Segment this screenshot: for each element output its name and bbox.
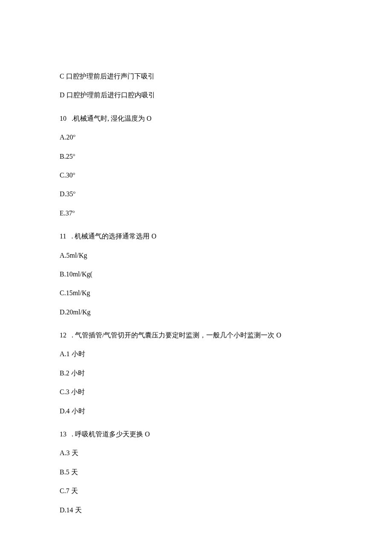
question-number: 10 — [60, 115, 66, 122]
question-13: 13 . 呼吸机管道多少天更换 O A.3 天 B.5 天 C.7 天 D.14… — [60, 430, 332, 515]
question-13-stem: 13 . 呼吸机管道多少天更换 O — [60, 430, 332, 439]
question-10-option-e: E.37o — [60, 209, 332, 218]
question-12: 12 . 气管插管/气管切开的气囊压力要定时监测，一般几个小时监测一次 O A.… — [60, 331, 332, 416]
question-10-option-b: B.25o — [60, 152, 332, 161]
question-10: 10 .机械通气时, 湿化温度为 O A.20o B.25o C.30o D.3… — [60, 114, 332, 218]
question-10-option-d: D.35o — [60, 189, 332, 199]
question-text: . 呼吸机管道多少天更换 O — [72, 430, 150, 438]
partial-option-c: C 口腔护理前后进行声门下吸引 — [60, 72, 332, 81]
question-text: . 气管插管/气管切开的气囊压力要定时监测，一般几个小时监测一次 O — [72, 331, 281, 339]
question-13-option-c: C.7 天 — [60, 486, 332, 496]
question-11: 11 . 机械通气的选择通常选用 O A.5ml/Kg B.10ml/Kg( C… — [60, 232, 332, 317]
question-12-option-a: A.1 小时 — [60, 349, 332, 359]
question-12-stem: 12 . 气管插管/气管切开的气囊压力要定时监测，一般几个小时监测一次 O — [60, 331, 332, 340]
question-number: 13 — [60, 430, 66, 438]
question-10-option-a: A.20o — [60, 133, 332, 142]
question-number: 12 — [60, 331, 66, 339]
question-10-option-c: C.30o — [60, 171, 332, 180]
question-text: . 机械通气的选择通常选用 O — [71, 232, 156, 240]
question-11-option-b: B.10ml/Kg( — [60, 270, 332, 279]
question-11-option-d: D.20ml/Kg — [60, 308, 332, 317]
question-text: .机械通气时, 湿化温度为 O — [72, 115, 152, 122]
question-12-option-b: B.2 小时 — [60, 369, 332, 378]
question-13-option-b: B.5 天 — [60, 468, 332, 477]
question-12-option-c: C.3 小时 — [60, 387, 332, 397]
question-10-stem: 10 .机械通气时, 湿化温度为 O — [60, 114, 332, 123]
question-11-option-c: C.15ml/Kg — [60, 288, 332, 298]
question-11-option-a: A.5ml/Kg — [60, 251, 332, 260]
question-number: 11 — [60, 232, 66, 240]
question-11-stem: 11 . 机械通气的选择通常选用 O — [60, 232, 332, 241]
question-13-option-d: D.14 天 — [60, 506, 332, 515]
partial-option-d: D 口腔护理前后进行口腔内吸引 — [60, 90, 332, 100]
question-12-option-d: D.4 小时 — [60, 407, 332, 416]
question-13-option-a: A.3 天 — [60, 448, 332, 458]
